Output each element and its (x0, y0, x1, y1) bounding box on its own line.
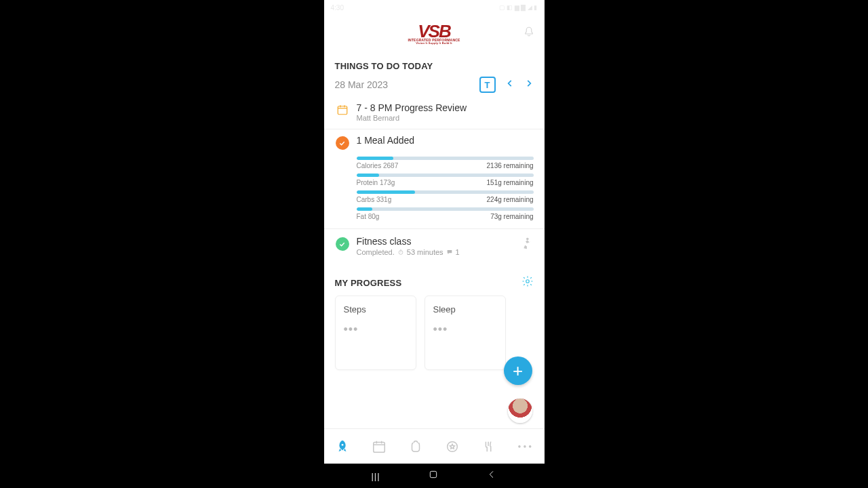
coach-avatar[interactable] (508, 399, 532, 423)
nutrition-label-text: Protein 173g (357, 179, 395, 186)
tab-workout[interactable] (402, 439, 429, 454)
nutrition-label-text: Carbs 331g (357, 196, 392, 203)
fitness-status-text: Completed. (357, 248, 395, 256)
phone-frame: 4:30 ▢ ◧ ▆ ▇ ◢ ▮ VSB INTEGRATED PERFORMA… (324, 0, 545, 488)
status-indicators: ▢ ◧ ▆ ▇ ◢ ▮ (499, 4, 538, 11)
current-date-text: 28 Mar 2023 (335, 79, 389, 90)
nutrition-bar (357, 190, 534, 194)
checkmark-circle-icon (336, 237, 349, 251)
nutrition-label-text: Calories 2687 (357, 162, 399, 169)
brand-logo: VSB INTEGRATED PERFORMANCE Vision It Sup… (408, 22, 460, 45)
android-navbar: ||| (324, 464, 545, 488)
nutrition-row: Protein 173g151g remaining (357, 174, 534, 186)
nutrition-labels: Protein 173g151g remaining (357, 179, 534, 186)
meal-title-text: 1 Meal Added (357, 135, 534, 146)
tab-nutrition[interactable] (475, 439, 502, 454)
nutrition-bar (357, 157, 534, 160)
nutrition-bar-fill (357, 157, 394, 160)
status-time-text: 4:30 (331, 4, 344, 12)
stopwatch-icon (397, 249, 404, 256)
nutrition-row: Carbs 331g224g remaining (357, 190, 534, 203)
nutrition-bar (357, 174, 534, 177)
tab-calendar[interactable] (366, 439, 393, 454)
tab-home[interactable] (329, 439, 356, 454)
exercise-icon (519, 236, 534, 251)
event-item[interactable]: 7 - 8 PM Progress Review Matt Bernard (324, 97, 545, 129)
my-progress-header: MY PROGRESS (324, 266, 545, 296)
nutrition-labels: Calories 26872136 remaining (357, 162, 534, 169)
nutrition-labels: Fat 80g73g remaining (357, 213, 534, 220)
brand-logo-text: VSB (408, 22, 460, 40)
calendar-icon (335, 102, 350, 122)
event-title-text: 7 - 8 PM Progress Review (357, 102, 534, 113)
fitness-comments-text: 1 (456, 248, 460, 256)
spacer (324, 422, 545, 428)
event-body: 7 - 8 PM Progress Review Matt Bernard (357, 102, 534, 122)
app-header: VSB INTEGRATED PERFORMANCE Vision It Sup… (324, 15, 545, 52)
status-bar: 4:30 ▢ ◧ ▆ ▇ ◢ ▮ (324, 0, 545, 15)
progress-card[interactable]: Sleep••• (425, 296, 506, 370)
nutrition-remaining-text: 224g remaining (487, 196, 534, 203)
status-icons-glyph: ▢ ◧ ▆ ▇ ◢ ▮ (499, 4, 538, 11)
tab-achievements[interactable] (439, 439, 466, 454)
fitness-title-text: Fitness class (357, 236, 512, 247)
svg-rect-15 (430, 471, 436, 477)
nutrition-label-text: Fat 80g (357, 213, 380, 220)
ellipsis-icon: ••• (344, 327, 408, 333)
nutrition-row: Fat 80g73g remaining (357, 207, 534, 220)
progress-card[interactable]: Steps••• (335, 296, 416, 370)
svg-rect-0 (338, 106, 347, 115)
meal-item-header[interactable]: 1 Meal Added (324, 129, 545, 152)
svg-rect-10 (373, 442, 384, 452)
ellipsis-icon: ••• (433, 327, 497, 333)
fitness-check-icon (335, 236, 350, 251)
tab-bar: ●●● (324, 428, 545, 464)
nutrition-bar-fill (357, 190, 415, 194)
checkmark-circle-icon (336, 136, 349, 150)
more-dots-icon: ●●● (518, 443, 534, 449)
nutrition-bar (357, 207, 534, 211)
svg-point-4 (399, 251, 403, 255)
things-to-do-title: THINGS TO DO TODAY (324, 52, 545, 77)
nutrition-bar-fill (357, 207, 372, 211)
nutrition-remaining-text: 151g remaining (487, 179, 534, 186)
notifications-icon[interactable] (523, 26, 535, 41)
comment-icon (446, 249, 453, 256)
nutrition-labels: Carbs 331g224g remaining (357, 196, 534, 203)
fitness-body: Fitness class Completed. 53 minutes 1 (357, 236, 512, 256)
progress-card-title: Sleep (433, 304, 497, 314)
nutrition-block: Calories 26872136 remainingProtein 173g1… (324, 157, 545, 229)
meal-check-icon (335, 135, 350, 150)
meal-body: 1 Meal Added (357, 135, 534, 150)
progress-card-title: Steps (344, 304, 408, 314)
nutrition-remaining-text: 2136 remaining (487, 162, 534, 169)
nutrition-bar-fill (357, 174, 380, 177)
prev-day-button[interactable] (505, 79, 515, 91)
settings-gear-icon[interactable] (521, 275, 534, 290)
app-stage: 4:30 ▢ ◧ ▆ ▇ ◢ ▮ VSB INTEGRATED PERFORMA… (0, 0, 868, 488)
svg-point-8 (526, 280, 529, 283)
svg-point-9 (341, 443, 343, 445)
next-day-button[interactable] (524, 79, 534, 91)
nav-recent-button[interactable]: ||| (371, 471, 380, 481)
event-sub-text: Matt Bernard (357, 114, 534, 122)
brand-logo-tagline: Vision It Supply It Build It (408, 42, 460, 45)
nav-back-button[interactable] (486, 469, 497, 483)
fitness-meta-row: Completed. 53 minutes 1 (357, 248, 512, 256)
fitness-item[interactable]: Fitness class Completed. 53 minutes 1 (324, 229, 545, 266)
nutrition-remaining-text: 73g remaining (490, 213, 533, 220)
today-button[interactable]: T (479, 77, 496, 93)
nav-home-button[interactable] (428, 469, 439, 483)
fitness-duration-text: 53 minutes (407, 248, 443, 256)
date-row: 28 Mar 2023 T (324, 77, 545, 97)
svg-point-7 (526, 238, 529, 241)
my-progress-title: MY PROGRESS (335, 278, 402, 288)
nutrition-row: Calories 26872136 remaining (357, 157, 534, 169)
tab-more[interactable]: ●●● (512, 443, 539, 449)
date-controls: T (479, 77, 534, 93)
add-fab-button[interactable]: + (504, 357, 532, 385)
